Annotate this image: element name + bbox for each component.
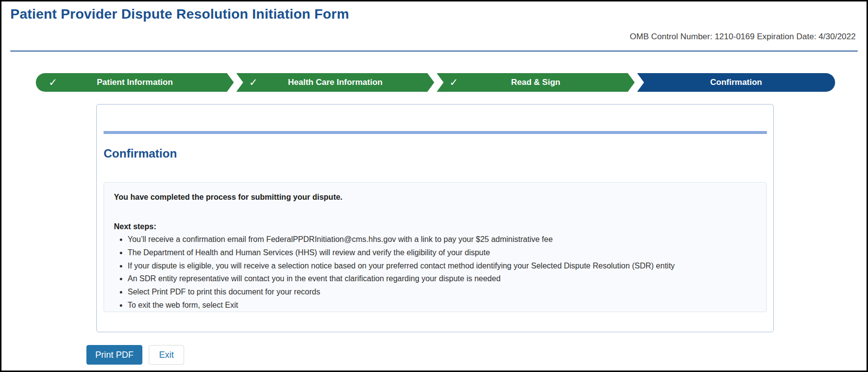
- list-item: You’ll receive a confirmation email from…: [128, 235, 757, 245]
- card-divider: [104, 131, 767, 134]
- omb-control-text: OMB Control Number: 1210-0169 Expiration…: [630, 32, 856, 42]
- step-label: Read & Sign: [511, 78, 560, 87]
- completion-message: You have completed the process for submi…: [114, 193, 757, 202]
- exit-button[interactable]: Exit: [149, 345, 184, 365]
- confirmation-panel: You have completed the process for submi…: [104, 182, 767, 312]
- page: Patient Provider Dispute Resolution Init…: [0, 0, 868, 372]
- print-pdf-button[interactable]: Print PDF: [86, 345, 142, 365]
- check-icon: ✓: [249, 77, 258, 87]
- confirmation-card: Confirmation You have completed the proc…: [96, 104, 774, 332]
- page-title: Patient Provider Dispute Resolution Init…: [10, 6, 349, 22]
- step-patient-information[interactable]: ✓ Patient Information: [36, 73, 234, 92]
- action-bar: Print PDF Exit: [86, 345, 184, 365]
- list-item: To exit the web form, select Exit: [128, 300, 757, 311]
- progress-stepper: ✓ Patient Information ✓ Health Care Info…: [36, 73, 835, 92]
- step-confirmation[interactable]: Confirmation: [637, 73, 835, 92]
- list-item: The Department of Health and Human Servi…: [128, 248, 757, 258]
- step-label: Confirmation: [710, 78, 762, 87]
- list-item: An SDR entity representative will contac…: [128, 274, 757, 284]
- check-icon: ✓: [450, 77, 459, 87]
- step-label: Patient Information: [97, 78, 173, 87]
- section-title: Confirmation: [104, 147, 177, 160]
- step-read-and-sign[interactable]: ✓ Read & Sign: [437, 73, 635, 92]
- list-item: Select Print PDF to print this document …: [128, 287, 757, 297]
- list-item: If your dispute is eligible, you will re…: [128, 261, 757, 271]
- next-steps-label: Next steps:: [114, 222, 757, 231]
- check-icon: ✓: [49, 77, 57, 87]
- step-health-care-information[interactable]: ✓ Health Care Information: [236, 73, 434, 92]
- step-label: Health Care Information: [288, 78, 383, 87]
- header-divider: [10, 51, 858, 52]
- next-steps-list: You’ll receive a confirmation email from…: [114, 235, 757, 311]
